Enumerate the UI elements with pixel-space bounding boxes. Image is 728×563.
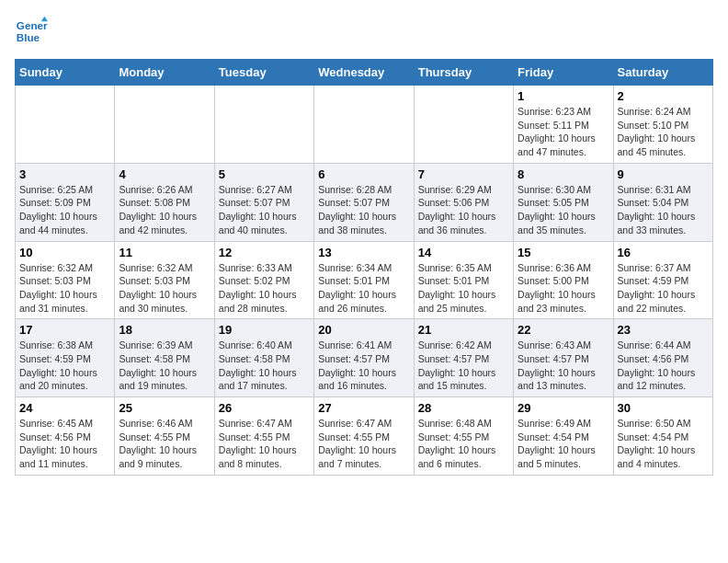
day-info: Sunrise: 6:37 AM Sunset: 4:59 PM Dayligh… (618, 261, 709, 316)
calendar-cell (214, 86, 313, 164)
day-info: Sunrise: 6:50 AM Sunset: 4:54 PM Dayligh… (618, 417, 709, 471)
day-info: Sunrise: 6:28 AM Sunset: 5:07 PM Dayligh… (318, 183, 409, 237)
day-info: Sunrise: 6:34 AM Sunset: 5:01 PM Dayligh… (318, 261, 409, 316)
day-number: 6 (318, 167, 409, 181)
day-number: 13 (318, 246, 409, 259)
day-info: Sunrise: 6:30 AM Sunset: 5:05 PM Dayligh… (518, 183, 609, 237)
calendar-cell (314, 86, 414, 164)
day-number: 27 (318, 401, 409, 415)
calendar-cell: 24Sunrise: 6:45 AM Sunset: 4:56 PM Dayli… (16, 397, 115, 476)
calendar-cell: 3Sunrise: 6:25 AM Sunset: 5:09 PM Daylig… (16, 163, 115, 241)
day-number: 8 (518, 167, 609, 181)
calendar-cell: 27Sunrise: 6:47 AM Sunset: 4:55 PM Dayli… (314, 397, 414, 476)
calendar-cell (115, 86, 214, 164)
calendar-cell: 26Sunrise: 6:47 AM Sunset: 4:55 PM Dayli… (214, 397, 313, 476)
day-info: Sunrise: 6:45 AM Sunset: 4:56 PM Dayligh… (19, 417, 110, 471)
day-number: 15 (518, 246, 609, 259)
day-info: Sunrise: 6:38 AM Sunset: 4:59 PM Dayligh… (19, 339, 110, 393)
weekday-header: Friday (514, 60, 613, 86)
day-number: 10 (19, 246, 110, 259)
calendar-cell: 21Sunrise: 6:42 AM Sunset: 4:57 PM Dayli… (414, 319, 513, 397)
day-number: 1 (518, 89, 609, 103)
weekday-header: Tuesday (214, 60, 313, 86)
calendar-cell: 22Sunrise: 6:43 AM Sunset: 4:57 PM Dayli… (514, 319, 613, 397)
day-number: 14 (418, 246, 509, 259)
day-number: 25 (119, 401, 210, 415)
calendar-week-row: 3Sunrise: 6:25 AM Sunset: 5:09 PM Daylig… (16, 163, 713, 241)
weekday-header: Sunday (16, 60, 115, 86)
calendar-cell: 8Sunrise: 6:30 AM Sunset: 5:05 PM Daylig… (514, 163, 613, 241)
day-number: 4 (119, 167, 210, 181)
day-number: 23 (618, 323, 709, 337)
calendar-cell: 10Sunrise: 6:32 AM Sunset: 5:03 PM Dayli… (16, 241, 115, 319)
day-number: 17 (19, 323, 110, 337)
calendar-week-row: 24Sunrise: 6:45 AM Sunset: 4:56 PM Dayli… (16, 397, 713, 476)
day-info: Sunrise: 6:35 AM Sunset: 5:01 PM Dayligh… (418, 261, 509, 316)
day-info: Sunrise: 6:43 AM Sunset: 4:57 PM Dayligh… (518, 339, 609, 393)
calendar-cell: 6Sunrise: 6:28 AM Sunset: 5:07 PM Daylig… (314, 163, 414, 241)
day-number: 12 (219, 246, 310, 259)
day-info: Sunrise: 6:36 AM Sunset: 5:00 PM Dayligh… (518, 261, 609, 316)
logo-icon: General Blue (15, 15, 48, 48)
day-info: Sunrise: 6:49 AM Sunset: 4:54 PM Dayligh… (518, 417, 609, 471)
day-info: Sunrise: 6:44 AM Sunset: 4:56 PM Dayligh… (618, 339, 709, 393)
day-info: Sunrise: 6:32 AM Sunset: 5:03 PM Dayligh… (19, 261, 110, 316)
day-info: Sunrise: 6:42 AM Sunset: 4:57 PM Dayligh… (418, 339, 509, 393)
day-number: 5 (219, 167, 310, 181)
calendar-cell: 5Sunrise: 6:27 AM Sunset: 5:07 PM Daylig… (214, 163, 313, 241)
day-info: Sunrise: 6:25 AM Sunset: 5:09 PM Dayligh… (19, 183, 110, 237)
day-info: Sunrise: 6:39 AM Sunset: 4:58 PM Dayligh… (119, 339, 210, 393)
day-number: 20 (318, 323, 409, 337)
calendar-cell: 11Sunrise: 6:32 AM Sunset: 5:03 PM Dayli… (115, 241, 214, 319)
day-info: Sunrise: 6:47 AM Sunset: 4:55 PM Dayligh… (318, 417, 409, 471)
calendar-cell: 25Sunrise: 6:46 AM Sunset: 4:55 PM Dayli… (115, 397, 214, 476)
day-number: 11 (119, 246, 210, 259)
calendar-cell: 17Sunrise: 6:38 AM Sunset: 4:59 PM Dayli… (16, 319, 115, 397)
calendar-cell: 4Sunrise: 6:26 AM Sunset: 5:08 PM Daylig… (115, 163, 214, 241)
weekday-header: Saturday (613, 60, 712, 86)
weekday-header: Monday (115, 60, 214, 86)
calendar-table: SundayMondayTuesdayWednesdayThursdayFrid… (15, 59, 713, 476)
calendar-week-row: 10Sunrise: 6:32 AM Sunset: 5:03 PM Dayli… (16, 241, 713, 319)
day-number: 22 (518, 323, 609, 337)
day-info: Sunrise: 6:46 AM Sunset: 4:55 PM Dayligh… (119, 417, 210, 471)
calendar-cell: 12Sunrise: 6:33 AM Sunset: 5:02 PM Dayli… (214, 241, 313, 319)
day-number: 29 (518, 401, 609, 415)
day-number: 3 (19, 167, 110, 181)
day-number: 9 (618, 167, 709, 181)
calendar-cell: 19Sunrise: 6:40 AM Sunset: 4:58 PM Dayli… (214, 319, 313, 397)
day-number: 28 (418, 401, 509, 415)
day-number: 18 (119, 323, 210, 337)
calendar-cell: 7Sunrise: 6:29 AM Sunset: 5:06 PM Daylig… (414, 163, 513, 241)
calendar-cell: 2Sunrise: 6:24 AM Sunset: 5:10 PM Daylig… (613, 86, 712, 164)
weekday-header: Thursday (414, 60, 513, 86)
day-info: Sunrise: 6:24 AM Sunset: 5:10 PM Dayligh… (618, 105, 709, 159)
day-info: Sunrise: 6:23 AM Sunset: 5:11 PM Dayligh… (518, 105, 609, 159)
day-info: Sunrise: 6:40 AM Sunset: 4:58 PM Dayligh… (219, 339, 310, 393)
calendar-cell: 16Sunrise: 6:37 AM Sunset: 4:59 PM Dayli… (613, 241, 712, 319)
calendar-cell: 18Sunrise: 6:39 AM Sunset: 4:58 PM Dayli… (115, 319, 214, 397)
day-number: 30 (618, 401, 709, 415)
calendar-cell (414, 86, 513, 164)
day-info: Sunrise: 6:31 AM Sunset: 5:04 PM Dayligh… (618, 183, 709, 237)
calendar-cell: 1Sunrise: 6:23 AM Sunset: 5:11 PM Daylig… (514, 86, 613, 164)
calendar-cell: 20Sunrise: 6:41 AM Sunset: 4:57 PM Dayli… (314, 319, 414, 397)
page-header: General Blue (15, 15, 713, 48)
day-info: Sunrise: 6:27 AM Sunset: 5:07 PM Dayligh… (219, 183, 310, 237)
day-info: Sunrise: 6:26 AM Sunset: 5:08 PM Dayligh… (119, 183, 210, 237)
calendar-cell: 28Sunrise: 6:48 AM Sunset: 4:55 PM Dayli… (414, 397, 513, 476)
day-number: 24 (19, 401, 110, 415)
day-number: 2 (618, 89, 709, 103)
calendar-cell: 15Sunrise: 6:36 AM Sunset: 5:00 PM Dayli… (514, 241, 613, 319)
svg-text:Blue: Blue (17, 31, 40, 43)
day-number: 26 (219, 401, 310, 415)
calendar-week-row: 17Sunrise: 6:38 AM Sunset: 4:59 PM Dayli… (16, 319, 713, 397)
calendar-cell (16, 86, 115, 164)
calendar-cell: 13Sunrise: 6:34 AM Sunset: 5:01 PM Dayli… (314, 241, 414, 319)
calendar-week-row: 1Sunrise: 6:23 AM Sunset: 5:11 PM Daylig… (16, 86, 713, 164)
calendar-cell: 14Sunrise: 6:35 AM Sunset: 5:01 PM Dayli… (414, 241, 513, 319)
calendar-header-row: SundayMondayTuesdayWednesdayThursdayFrid… (16, 60, 713, 86)
day-number: 7 (418, 167, 509, 181)
calendar-cell: 30Sunrise: 6:50 AM Sunset: 4:54 PM Dayli… (613, 397, 712, 476)
day-info: Sunrise: 6:32 AM Sunset: 5:03 PM Dayligh… (119, 261, 210, 316)
